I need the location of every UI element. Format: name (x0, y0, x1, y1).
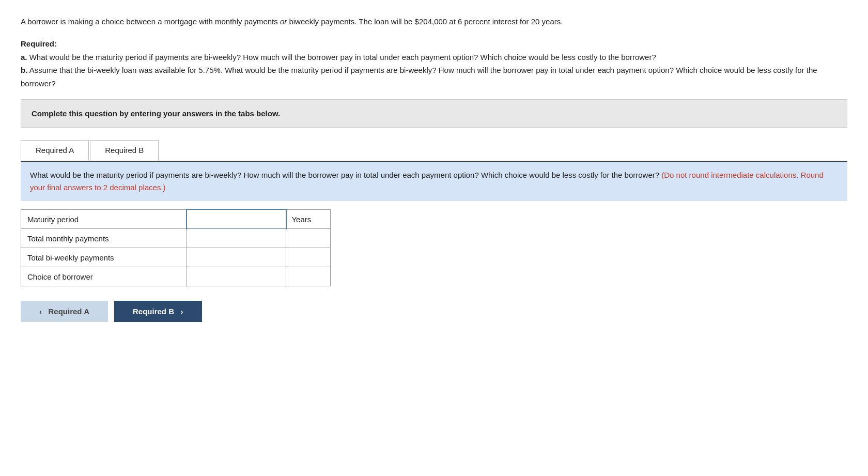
tab-required-b[interactable]: Required B (90, 140, 159, 161)
maturity-period-input[interactable] (187, 210, 286, 228)
table-row: Total bi-weekly payments (21, 248, 331, 267)
table-row: Total monthly payments (21, 229, 331, 248)
nav-buttons: ‹ Required A Required B › (21, 301, 847, 322)
prev-arrow: ‹ (39, 307, 42, 316)
total-monthly-label: Total monthly payments (21, 229, 187, 248)
choice-borrower-unit (286, 267, 331, 286)
total-monthly-input[interactable] (187, 229, 286, 248)
choice-borrower-label: Choice of borrower (21, 267, 187, 286)
tabs-header: Required A Required B (21, 140, 847, 161)
next-button[interactable]: Required B › (114, 301, 202, 322)
required-title: Required: (21, 39, 57, 48)
prev-label: Required A (49, 307, 89, 316)
total-biweekly-input[interactable] (187, 248, 286, 267)
question-black-text: What would be the maturity period if pay… (30, 171, 659, 179)
intro-paragraph: A borrower is making a choice between a … (21, 16, 847, 28)
total-biweekly-label: Total bi-weekly payments (21, 248, 187, 267)
table-row: Choice of borrower (21, 267, 331, 286)
part-b-label: b. (21, 66, 27, 74)
part-b-text: Assume that the bi-weekly loan was avail… (21, 66, 817, 88)
tab-content: What would be the maturity period if pay… (21, 161, 847, 322)
total-biweekly-unit (286, 248, 331, 267)
instruction-box: Complete this question by entering your … (21, 99, 847, 128)
tabs-container: Required A Required B What would be the … (21, 140, 847, 322)
part-a-text: What would be the maturity period if pay… (27, 53, 656, 62)
total-monthly-input-cell (187, 229, 286, 248)
total-biweekly-input-cell (187, 248, 286, 267)
required-section: Required: a. What would be the maturity … (21, 37, 847, 90)
prev-button[interactable]: ‹ Required A (21, 301, 108, 322)
choice-borrower-input-cell (187, 267, 286, 286)
maturity-period-unit: Years (286, 210, 331, 229)
total-monthly-unit (286, 229, 331, 248)
tab-required-a[interactable]: Required A (21, 140, 89, 161)
intro-italic: or (280, 17, 287, 26)
intro-text-2: biweekly payments. The loan will be $204… (287, 17, 563, 26)
intro-text-1: A borrower is making a choice between a … (21, 17, 280, 26)
table-row: Maturity period Years (21, 210, 331, 229)
maturity-period-label: Maturity period (21, 210, 187, 229)
next-label: Required B (133, 307, 174, 316)
answer-table: Maturity period Years Total monthly paym… (21, 209, 331, 286)
instruction-text: Complete this question by entering your … (32, 109, 280, 118)
tab-question: What would be the maturity period if pay… (21, 162, 847, 201)
maturity-period-input-cell (187, 210, 286, 229)
part-a-label: a. (21, 53, 27, 62)
next-arrow: › (181, 307, 183, 316)
choice-borrower-input[interactable] (187, 267, 286, 286)
